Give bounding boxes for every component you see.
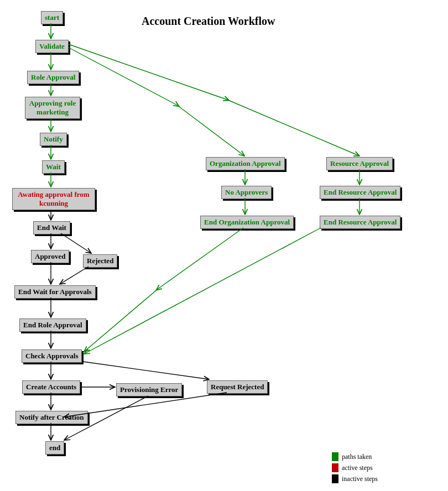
svg-line-15 bbox=[60, 267, 88, 284]
node-no-approvers: No Approvers bbox=[221, 186, 272, 199]
square-icon bbox=[332, 452, 338, 461]
node-notify-after: Notify after Creation bbox=[15, 411, 88, 424]
node-validate: Validate bbox=[35, 40, 69, 53]
node-end: end bbox=[45, 441, 64, 455]
node-wait: Wait bbox=[42, 160, 65, 174]
node-start: start bbox=[41, 11, 63, 24]
node-end-role-approval: End Role Approval bbox=[19, 318, 86, 332]
node-rejected: Rejected bbox=[83, 254, 117, 268]
node-role-approval: Role Approval bbox=[27, 71, 79, 84]
svg-line-10 bbox=[84, 228, 321, 354]
node-awaiting: Awating approval from kcunning bbox=[12, 188, 95, 210]
node-resource-approval: Resource Approval bbox=[326, 157, 393, 170]
node-org-approval: Organization Approval bbox=[206, 157, 285, 170]
diagram-title: Account Creation Workflow bbox=[142, 15, 275, 28]
square-icon bbox=[332, 474, 338, 483]
node-request-rejected: Request Rejected bbox=[207, 380, 268, 394]
svg-line-19 bbox=[83, 362, 209, 379]
legend-label: inactive steps bbox=[342, 475, 378, 483]
legend-paths-taken: paths taken bbox=[332, 452, 372, 461]
node-end-org-approval: End Organization Approval bbox=[200, 216, 294, 229]
node-provisioning-error: Provisioning Error bbox=[116, 383, 182, 396]
node-end-wait-approvals: End Wait for Approvals bbox=[14, 285, 96, 299]
node-end-wait: End Wait bbox=[33, 221, 70, 234]
node-check-approvals: Check Approvals bbox=[22, 349, 82, 363]
node-approved: Approved bbox=[31, 250, 69, 263]
node-end-resource-approval-2: End Resource Approval bbox=[320, 216, 400, 229]
legend-label: paths taken bbox=[342, 453, 372, 461]
legend-label: active steps bbox=[342, 464, 373, 472]
legend-inactive-steps: inactive steps bbox=[332, 474, 378, 483]
legend-active-steps: active steps bbox=[332, 463, 373, 472]
node-notify: Notify bbox=[40, 133, 67, 146]
node-create-accounts: Create Accounts bbox=[22, 380, 80, 394]
square-icon bbox=[332, 463, 338, 472]
node-end-resource-approval-1: End Resource Approval bbox=[320, 186, 400, 199]
node-approving-role: Approving role marketing bbox=[25, 97, 80, 119]
